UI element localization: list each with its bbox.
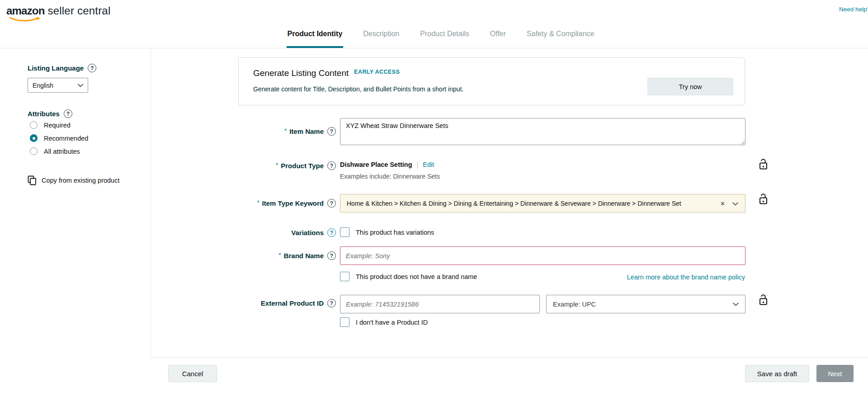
listing-language-value: English <box>33 82 53 89</box>
product-type-label-text: Product Type <box>281 162 324 170</box>
help-icon[interactable] <box>327 199 336 208</box>
item-name-input[interactable]: XYZ Wheat Straw Dinnerware Sets <box>340 118 745 145</box>
radio-all-attributes[interactable]: All attributes <box>30 147 80 155</box>
tab-product-identity[interactable]: Product Identity <box>287 22 344 48</box>
help-icon[interactable] <box>327 228 336 237</box>
listing-language-label: Listing Language <box>28 64 96 72</box>
generate-listing-content-card: Generate Listing ContentEARLY ACCESS Gen… <box>238 57 745 105</box>
help-icon[interactable] <box>327 251 336 260</box>
seller-central-page: amazonseller central Need help? Product … <box>0 0 868 397</box>
chevron-down-icon <box>78 84 83 87</box>
checkbox-icon[interactable] <box>340 227 349 237</box>
try-now-button[interactable]: Try now <box>647 78 733 95</box>
copy-from-existing-product-link[interactable]: Copy from existing product <box>28 175 119 185</box>
banner-title-text: Generate Listing Content <box>253 68 349 78</box>
lock-icon[interactable] <box>759 293 768 306</box>
item-name-label: * Item Name <box>284 127 336 136</box>
help-icon[interactable] <box>327 299 336 307</box>
radio-recommended[interactable]: Recommended <box>30 134 88 142</box>
item-type-keyword-select[interactable]: Home & Kitchen > Kitchen & Dining > Dini… <box>340 194 745 213</box>
product-type-value-row: Dishware Place Setting | Edit <box>340 161 434 168</box>
tab-description[interactable]: Description <box>362 22 400 48</box>
checkbox-icon[interactable] <box>340 317 349 327</box>
radio-button-icon[interactable] <box>30 121 38 129</box>
early-access-badge: EARLY ACCESS <box>354 69 400 75</box>
radio-button-icon[interactable] <box>30 147 38 155</box>
lock-icon[interactable] <box>759 193 768 205</box>
save-as-draft-button[interactable]: Save as draft <box>745 365 809 382</box>
brand-policy-link[interactable]: Learn more about the brand name policy <box>627 274 745 281</box>
variations-label-text: Variations <box>291 229 324 236</box>
radio-button-selected-icon[interactable] <box>30 134 38 142</box>
brand-name-input[interactable] <box>340 246 745 265</box>
product-type-value: Dishware Place Setting <box>340 161 412 168</box>
item-type-keyword-label-text: Item Type Keyword <box>262 199 324 207</box>
divider: | <box>417 161 419 168</box>
brand-name-label-text: Brand Name <box>284 252 324 260</box>
radio-recommended-label: Recommended <box>44 135 88 142</box>
radio-required[interactable]: Required <box>30 121 71 129</box>
product-type-edit-link[interactable]: Edit <box>423 161 434 168</box>
logo-seller-central-text: seller central <box>48 5 111 17</box>
help-icon[interactable] <box>64 109 72 118</box>
chevron-down-icon <box>733 302 739 306</box>
need-help-link[interactable]: Need help? <box>839 6 868 13</box>
tab-safety-compliance[interactable]: Safety & Compliance <box>526 22 595 48</box>
required-asterisk: * <box>278 251 281 259</box>
variations-checkbox-row[interactable]: This product has variations <box>340 227 434 237</box>
external-product-id-input[interactable] <box>340 295 540 313</box>
logo-amazon-text: amazon <box>6 5 45 17</box>
no-product-id-checkbox-row[interactable]: I don't have a Product ID <box>340 317 428 327</box>
copy-link-label: Copy from existing product <box>42 177 119 184</box>
chevron-down-icon <box>732 194 738 213</box>
item-type-keyword-value: Home & Kitchen > Kitchen & Dining > Dini… <box>347 200 681 207</box>
item-name-label-text: Item Name <box>289 128 324 135</box>
item-type-keyword-label: * Item Type Keyword <box>257 199 336 208</box>
clear-icon[interactable] <box>720 194 725 213</box>
cancel-button[interactable]: Cancel <box>168 365 217 382</box>
sidebar-divider <box>151 48 151 357</box>
external-product-id-type-select[interactable]: Example: UPC <box>546 295 745 313</box>
footer-divider <box>151 357 868 358</box>
wizard-tab-bar: Product Identity Description Product Det… <box>0 22 868 48</box>
radio-all-attributes-label: All attributes <box>44 148 80 155</box>
attributes-label: Attributes <box>28 109 72 118</box>
lock-icon[interactable] <box>759 158 768 170</box>
no-product-id-checkbox-label: I don't have a Product ID <box>356 319 428 326</box>
tab-product-details[interactable]: Product Details <box>419 22 470 48</box>
banner-title: Generate Listing ContentEARLY ACCESS <box>253 68 400 78</box>
product-type-label: * Product Type <box>276 161 336 170</box>
external-product-id-label-text: External Product ID <box>261 299 324 307</box>
external-product-id-label: External Product ID <box>261 299 336 307</box>
variations-checkbox-label: This product has variations <box>356 229 434 236</box>
required-asterisk: * <box>276 161 278 169</box>
help-icon[interactable] <box>88 64 96 72</box>
required-asterisk: * <box>257 199 259 206</box>
listing-language-select[interactable]: English <box>28 78 88 93</box>
next-button[interactable]: Next <box>816 365 854 382</box>
no-brand-checkbox-label: This product does not have a brand name <box>356 273 477 280</box>
radio-required-label: Required <box>44 122 71 129</box>
required-asterisk: * <box>284 127 287 134</box>
product-type-examples: Examples include: Dinnerware Sets <box>340 173 440 180</box>
help-icon[interactable] <box>327 127 336 136</box>
amazon-seller-central-logo[interactable]: amazonseller central <box>6 5 110 17</box>
copy-icon <box>28 175 37 185</box>
listing-language-label-text: Listing Language <box>28 64 84 72</box>
external-product-id-type-value: Example: UPC <box>553 301 596 308</box>
no-brand-checkbox-row[interactable]: This product does not have a brand name <box>340 272 477 281</box>
brand-name-label: * Brand Name <box>278 251 336 260</box>
attributes-label-text: Attributes <box>28 110 60 118</box>
variations-label: Variations <box>291 228 336 237</box>
tab-offer[interactable]: Offer <box>489 22 507 48</box>
help-icon[interactable] <box>327 161 336 170</box>
checkbox-icon[interactable] <box>340 272 349 281</box>
banner-description: Generate content for Title, Description,… <box>253 85 463 93</box>
